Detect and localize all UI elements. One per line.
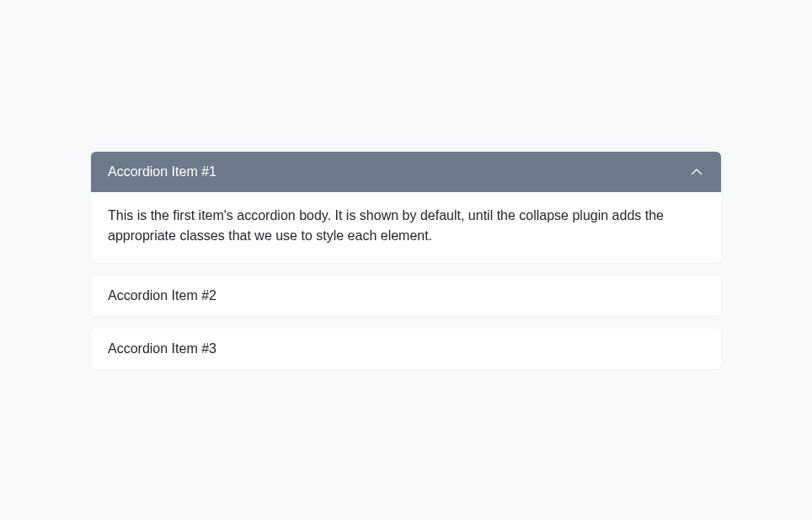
accordion-header-3[interactable]: Accordion Item #3 [91, 329, 721, 369]
accordion-header-2[interactable]: Accordion Item #2 [91, 276, 721, 316]
accordion-item-2: Accordion Item #2 [91, 276, 721, 316]
accordion-item-1: Accordion Item #1 This is the first item… [91, 152, 721, 263]
accordion: Accordion Item #1 This is the first item… [91, 152, 721, 369]
accordion-title-3: Accordion Item #3 [108, 341, 704, 356]
accordion-header-1[interactable]: Accordion Item #1 [91, 152, 721, 192]
accordion-title-1: Accordion Item #1 [108, 164, 689, 180]
accordion-item-3: Accordion Item #3 [91, 329, 721, 369]
accordion-title-2: Accordion Item #2 [108, 288, 704, 303]
chevron-up-icon [689, 164, 704, 180]
accordion-container: Accordion Item #1 This is the first item… [0, 0, 812, 369]
accordion-body-1: This is the first item's accordion body.… [91, 192, 721, 263]
